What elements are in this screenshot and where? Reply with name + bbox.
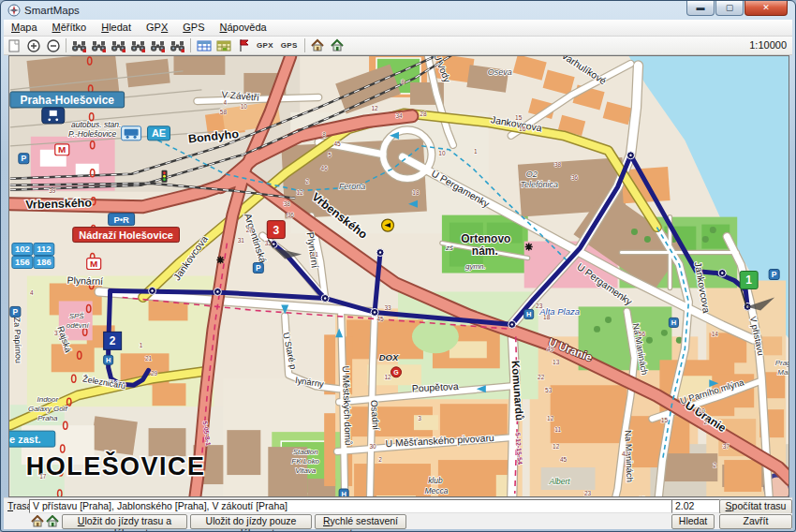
home-icon[interactable] (31, 515, 44, 527)
route-table-icon[interactable] (194, 37, 214, 54)
house-number: 28 (420, 111, 427, 117)
close-button[interactable]: ✕ (744, 1, 788, 16)
svg-text:H: H (106, 356, 111, 364)
house-number: 18 (543, 314, 551, 320)
save-route-distance-button[interactable]: Uložit do jízdy trasu a vzdálenost (62, 514, 187, 529)
hledat-button[interactable]: Hledat (671, 514, 715, 529)
map-label: Ferona (339, 182, 365, 191)
house-number: 38 (284, 200, 291, 207)
quick-route-button[interactable]: Rychlé sestavení trasy (315, 514, 406, 529)
house-number: 2 (378, 456, 382, 463)
menu-item-hledat[interactable]: Hledat (94, 21, 139, 35)
home-alt-icon[interactable] (328, 37, 347, 54)
map-label: Vrbenského (25, 196, 93, 211)
route-input[interactable]: V přístavu [Praha], Jablonského [Praha],… (29, 499, 673, 513)
house-number: 38 (554, 161, 562, 168)
svg-text:G: G (393, 369, 398, 376)
house-number: 45 (560, 456, 568, 463)
house-number: 34 (395, 112, 403, 119)
zavrit-button[interactable]: Zavřít (719, 514, 792, 529)
smartmaps-window: SmartMaps ▬ ▢ ✕ MapaMěřítkoHledatGPXGPSN… (0, 0, 796, 532)
distance-input[interactable]: 2.02 (671, 499, 720, 513)
house-number: 23 (584, 490, 592, 496)
toolbar-separator (190, 38, 191, 52)
map-area (376, 495, 416, 496)
menu-item-gpx[interactable]: GPX (139, 21, 175, 35)
maximize-button[interactable]: ▢ (715, 1, 744, 16)
map-label: autobus. stan. (71, 120, 121, 129)
menu-item-mapa[interactable]: Mapa (4, 21, 45, 35)
find-route-icon[interactable] (148, 37, 168, 54)
map-label: P.-Holešovice (68, 129, 116, 139)
minimize-button[interactable]: ▬ (686, 1, 715, 16)
find-map-icon[interactable] (69, 37, 89, 54)
gps-button[interactable]: GPS (277, 41, 302, 50)
map-label: gymn. (465, 262, 486, 271)
svg-text:2: 2 (110, 334, 116, 347)
map-label: Praha (37, 414, 58, 422)
menu-item-mtko[interactable]: Měřítko (45, 21, 95, 35)
compute-route-button[interactable]: Spočítat trasu (719, 499, 792, 514)
map-area (227, 430, 260, 475)
route-table-alt-icon[interactable] (214, 37, 233, 54)
house-number: 4 (30, 289, 34, 296)
svg-text:H: H (526, 310, 531, 318)
map-label: oděvní (66, 321, 90, 330)
tree-icon (631, 229, 638, 235)
map-label: Galaxy Golf (28, 405, 67, 413)
landmark-star-icon (525, 244, 533, 251)
house-number: 45 (376, 316, 384, 322)
tree-icon (702, 236, 709, 243)
svg-text:3: 3 (273, 224, 279, 237)
map-label: SPŠ (69, 312, 85, 320)
house-number: 12 (384, 374, 391, 380)
home-icon[interactable] (308, 37, 328, 54)
waypoint-flag-icon[interactable] (233, 37, 253, 54)
house-number: 12 (371, 105, 378, 111)
gpx-button[interactable]: GPX (253, 41, 277, 50)
map-badge-label: P•R (113, 214, 129, 225)
house-number: 30 (369, 443, 376, 450)
map-canvas[interactable]: VrbenskéhoVrbenskéhoBondyhoU UranieU Ura… (8, 55, 789, 497)
find-next-icon[interactable] (168, 37, 187, 54)
find-poi-icon[interactable] (109, 37, 128, 54)
house-number: 36 (571, 174, 579, 181)
house-number: 18 (412, 189, 420, 196)
house-number: 21 (145, 355, 153, 362)
home-alt-icon[interactable] (46, 515, 59, 527)
house-number: 1 (140, 342, 143, 348)
house-number: 5 (328, 152, 332, 158)
map-svg[interactable]: VrbenskéhoVrbenskéhoBondyhoU UranieU Ura… (9, 56, 789, 496)
house-number: 23 (536, 303, 543, 309)
svg-text:P: P (22, 154, 27, 163)
map-badge-label: 102 (15, 244, 30, 254)
save-distance-button[interactable]: Uložit do jízdy pouze vzdálenost (190, 514, 312, 529)
find-gps-icon[interactable] (128, 37, 148, 54)
title-bar[interactable]: SmartMaps ▬ ▢ ✕ (1, 1, 795, 20)
house-number: 58 (220, 109, 228, 115)
house-number: 14 (712, 331, 719, 337)
map-label: Osadní (369, 400, 381, 431)
house-number: 36 (287, 212, 295, 218)
map-area (153, 383, 186, 406)
house-number: 4 (224, 99, 228, 106)
new-map-icon[interactable] (4, 37, 23, 54)
svg-text:H: H (671, 318, 676, 327)
menu-item-npovda[interactable]: Nápověda (213, 21, 274, 35)
house-number: 15 (661, 417, 669, 423)
map-area (440, 404, 508, 437)
map-label: Plynární (66, 275, 103, 287)
svg-text:1: 1 (745, 273, 752, 287)
toolbar: GPXGPS (4, 37, 792, 55)
house-number: 39 (49, 187, 56, 194)
zoom-out-icon[interactable] (43, 37, 63, 54)
zoom-in-icon[interactable] (23, 37, 43, 54)
house-number: 8 (322, 131, 326, 138)
svg-text:P: P (256, 263, 261, 273)
actions-row: Uložit do jízdy trasu a vzdálenost Uloži… (4, 513, 792, 529)
house-number: 12 (553, 443, 560, 450)
map-label: FK Loko (291, 457, 319, 466)
house-number: 3 (418, 415, 421, 421)
find-address-icon[interactable] (89, 37, 109, 54)
menu-item-gps[interactable]: GPS (175, 21, 212, 35)
